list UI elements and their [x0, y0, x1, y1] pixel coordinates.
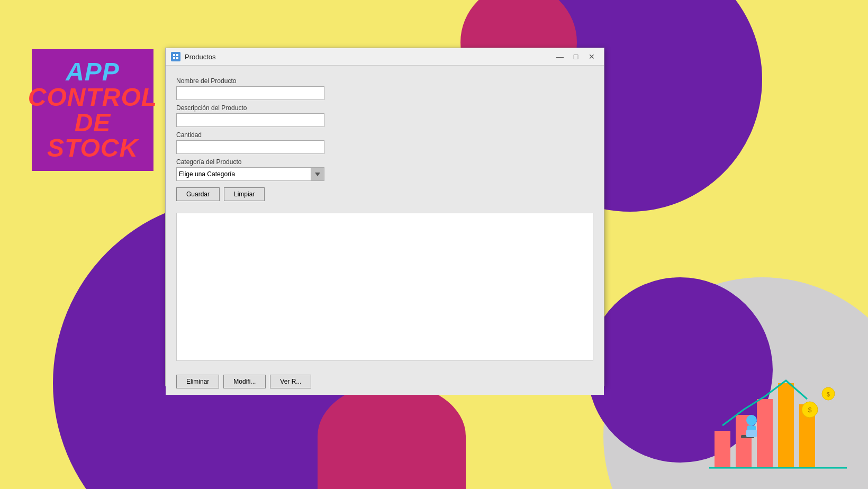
limpiar-button[interactable]: Limpiar: [224, 187, 265, 201]
app-logo: APP CONTROL DE STOCK: [32, 49, 153, 171]
categoria-select[interactable]: Elige una Categoría Electrónica Ropa Ali…: [176, 167, 324, 181]
logo-line-app: APP: [28, 59, 157, 85]
form-section: Nombre del Producto Descripción del Prod…: [176, 73, 593, 212]
window-controls: — □ ✕: [553, 51, 599, 62]
nombre-label: Nombre del Producto: [176, 77, 593, 85]
logo-line-stock: STOCK: [28, 135, 157, 161]
window-body: Nombre del Producto Descripción del Prod…: [166, 66, 604, 368]
window-title-left: Productos: [171, 52, 216, 61]
window-titlebar: Productos — □ ✕: [166, 48, 604, 66]
cantidad-field-group: Cantidad: [176, 131, 593, 154]
svg-rect-3: [778, 383, 794, 468]
categoria-select-wrapper: Elige una Categoría Electrónica Ropa Ali…: [176, 167, 324, 181]
descripcion-field-group: Descripción del Producto: [176, 104, 593, 127]
ver-button[interactable]: Ver R...: [270, 375, 311, 388]
close-button[interactable]: ✕: [585, 51, 599, 62]
window-app-icon: [171, 52, 180, 61]
bg-shape-pink-bottom: [318, 383, 466, 489]
categoria-field-group: Categoría del Producto Elige una Categor…: [176, 158, 593, 181]
svg-rect-15: [176, 54, 178, 56]
descripcion-input[interactable]: [176, 113, 324, 127]
svg-point-9: [746, 415, 757, 425]
svg-rect-16: [173, 57, 175, 59]
svg-rect-12: [746, 430, 757, 437]
logo-line-de: DE: [28, 110, 157, 135]
nombre-input[interactable]: [176, 86, 324, 100]
nombre-field-group: Nombre del Producto: [176, 77, 593, 100]
cantidad-input[interactable]: [176, 140, 324, 154]
minimize-button[interactable]: —: [553, 51, 567, 62]
eliminar-button[interactable]: Eliminar: [176, 375, 219, 388]
form-buttons-row: Guardar Limpiar: [176, 187, 593, 201]
modificar-button[interactable]: Modifi...: [223, 375, 266, 388]
guardar-button[interactable]: Guardar: [176, 187, 220, 201]
chart-illustration: $ $: [704, 367, 852, 473]
logo-line-control: CONTROL: [28, 85, 157, 110]
categoria-label: Categoría del Producto: [176, 158, 593, 166]
svg-rect-17: [176, 57, 178, 59]
productos-window: Productos — □ ✕ Nombre del Producto Desc…: [165, 48, 604, 386]
products-list-area: [176, 213, 593, 361]
bottom-buttons-row: Eliminar Modifi... Ver R...: [166, 368, 604, 395]
descripcion-label: Descripción del Producto: [176, 104, 593, 112]
svg-rect-2: [757, 399, 773, 468]
maximize-button[interactable]: □: [569, 51, 583, 62]
cantidad-label: Cantidad: [176, 131, 593, 139]
svg-rect-0: [715, 431, 730, 468]
window-title: Productos: [185, 53, 216, 61]
svg-rect-14: [173, 54, 175, 56]
svg-text:$: $: [827, 392, 830, 397]
svg-text:$: $: [808, 406, 812, 414]
